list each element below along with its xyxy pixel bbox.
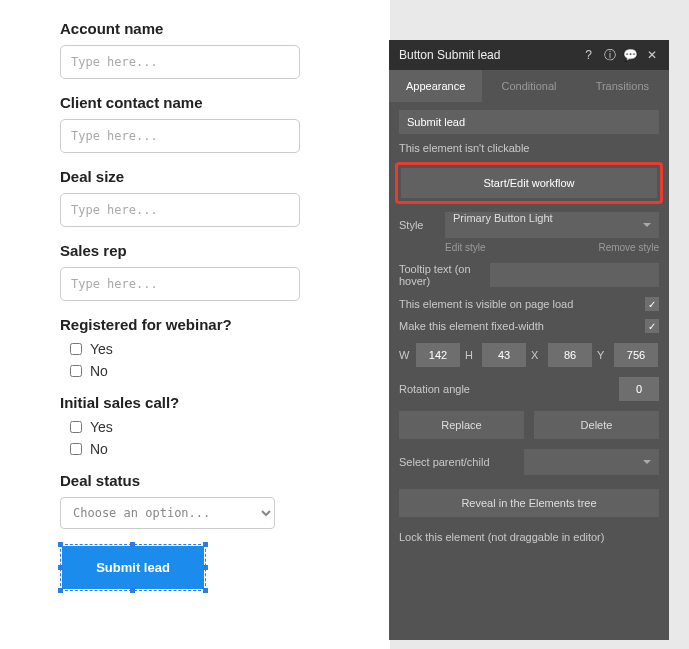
form-canvas: Account name Client contact name Deal si…: [0, 0, 390, 649]
tab-conditional[interactable]: Conditional: [482, 70, 575, 102]
input-account-name[interactable]: [60, 45, 300, 79]
dim-x-label: X: [531, 349, 543, 361]
initial-call-no-label: No: [90, 441, 108, 457]
field-registered: Registered for webinar? Yes No: [60, 316, 360, 379]
dim-h-input[interactable]: [482, 343, 526, 367]
inspector-body: This element isn't clickable Start/Edit …: [389, 102, 669, 559]
tooltip-row: Tooltip text (on hover): [399, 263, 659, 287]
label-registered: Registered for webinar?: [60, 316, 360, 333]
dimensions-row: W H X Y: [399, 343, 659, 367]
tooltip-label: Tooltip text (on hover): [399, 263, 484, 287]
style-sublinks: Edit style Remove style: [399, 242, 659, 253]
select-parent-row: Select parent/child: [399, 449, 659, 475]
submit-lead-button[interactable]: Submit lead: [62, 546, 204, 589]
lock-row: Lock this element (not draggable in edit…: [399, 531, 659, 543]
inspector-title: Button Submit lead: [399, 48, 575, 62]
select-parent-label: Select parent/child: [399, 456, 518, 468]
info-icon[interactable]: ⓘ: [602, 47, 617, 64]
label-sales-rep: Sales rep: [60, 242, 360, 259]
registered-no-label: No: [90, 363, 108, 379]
registered-no-checkbox[interactable]: [70, 365, 82, 377]
registered-no-row[interactable]: No: [60, 363, 360, 379]
not-clickable-label: This element isn't clickable: [399, 142, 530, 154]
edit-style-link[interactable]: Edit style: [445, 242, 486, 253]
field-deal-size: Deal size: [60, 168, 360, 227]
tooltip-input[interactable]: [490, 263, 659, 287]
comment-icon[interactable]: 💬: [623, 48, 638, 62]
element-text-input[interactable]: [399, 110, 659, 134]
submit-button-selection[interactable]: Submit lead: [60, 544, 206, 591]
field-sales-rep: Sales rep: [60, 242, 360, 301]
help-icon[interactable]: ?: [581, 48, 596, 62]
not-clickable-row: This element isn't clickable: [399, 142, 659, 154]
field-deal-status: Deal status Choose an option...: [60, 472, 360, 529]
inspector-header[interactable]: Button Submit lead ? ⓘ 💬 ✕: [389, 40, 669, 70]
close-icon[interactable]: ✕: [644, 48, 659, 62]
input-deal-size[interactable]: [60, 193, 300, 227]
replace-delete-row: Replace Delete: [399, 411, 659, 439]
tab-appearance[interactable]: Appearance: [389, 70, 482, 102]
rotation-row: Rotation angle: [399, 377, 659, 401]
dim-x-input[interactable]: [548, 343, 592, 367]
field-client-contact: Client contact name: [60, 94, 360, 153]
dim-y-label: Y: [597, 349, 609, 361]
initial-call-yes-checkbox[interactable]: [70, 421, 82, 433]
fixed-width-label: Make this element fixed-width: [399, 320, 544, 332]
visible-label: This element is visible on page load: [399, 298, 573, 310]
field-initial-call: Initial sales call? Yes No: [60, 394, 360, 457]
workflow-highlight: Start/Edit workflow: [395, 162, 663, 204]
style-row: Style Primary Button Light: [399, 212, 659, 238]
initial-call-yes-row[interactable]: Yes: [60, 419, 360, 435]
label-initial-call: Initial sales call?: [60, 394, 360, 411]
fixed-width-checkbox[interactable]: ✓: [645, 319, 659, 333]
initial-call-yes-label: Yes: [90, 419, 113, 435]
field-account-name: Account name: [60, 20, 360, 79]
dim-w-input[interactable]: [416, 343, 460, 367]
start-edit-workflow-button[interactable]: Start/Edit workflow: [401, 168, 657, 198]
inspector-panel[interactable]: Button Submit lead ? ⓘ 💬 ✕ Appearance Co…: [389, 40, 669, 640]
input-client-contact[interactable]: [60, 119, 300, 153]
dim-y-input[interactable]: [614, 343, 658, 367]
style-label: Style: [399, 219, 439, 231]
visible-checkbox[interactable]: ✓: [645, 297, 659, 311]
initial-call-no-checkbox[interactable]: [70, 443, 82, 455]
label-deal-status: Deal status: [60, 472, 360, 489]
style-value: Primary Button Light: [453, 212, 553, 224]
fixed-width-row: Make this element fixed-width ✓: [399, 319, 659, 333]
rotation-input[interactable]: [619, 377, 659, 401]
label-client-contact: Client contact name: [60, 94, 360, 111]
label-account-name: Account name: [60, 20, 360, 37]
dim-h-label: H: [465, 349, 477, 361]
tab-transitions[interactable]: Transitions: [576, 70, 669, 102]
replace-button[interactable]: Replace: [399, 411, 524, 439]
dim-w-label: W: [399, 349, 411, 361]
delete-button[interactable]: Delete: [534, 411, 659, 439]
registered-yes-label: Yes: [90, 341, 113, 357]
initial-call-no-row[interactable]: No: [60, 441, 360, 457]
remove-style-link[interactable]: Remove style: [598, 242, 659, 253]
reveal-button[interactable]: Reveal in the Elements tree: [399, 489, 659, 517]
lock-label: Lock this element (not draggable in edit…: [399, 531, 604, 543]
select-parent-dropdown[interactable]: [524, 449, 659, 475]
select-deal-status[interactable]: Choose an option...: [60, 497, 275, 529]
rotation-label: Rotation angle: [399, 383, 470, 395]
style-select[interactable]: Primary Button Light: [445, 212, 659, 238]
visible-row: This element is visible on page load ✓: [399, 297, 659, 311]
inspector-tabs: Appearance Conditional Transitions: [389, 70, 669, 102]
registered-yes-row[interactable]: Yes: [60, 341, 360, 357]
registered-yes-checkbox[interactable]: [70, 343, 82, 355]
input-sales-rep[interactable]: [60, 267, 300, 301]
label-deal-size: Deal size: [60, 168, 360, 185]
